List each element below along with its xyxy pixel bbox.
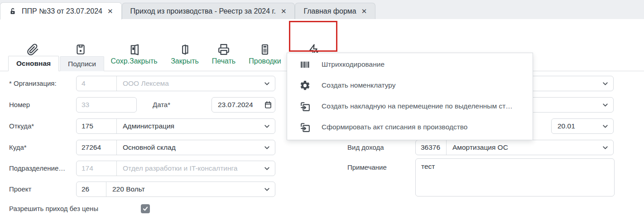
close-button[interactable]: Закрыть <box>167 43 203 65</box>
org-value: ООО Лексема <box>117 76 259 91</box>
operations-menu: Штрихкодирование Создать номенклатуру Со… <box>287 53 533 140</box>
org-combobox[interactable]: 4 ООО Лексема <box>76 76 275 91</box>
barcode-icon <box>299 59 311 70</box>
account-value: 20.01 <box>552 119 597 133</box>
chevron-down-icon <box>259 182 275 196</box>
date-label: Дата* <box>153 101 170 108</box>
number-field[interactable]: 33 <box>76 97 137 113</box>
close-icon[interactable]: ✕ <box>361 8 367 15</box>
window-tab-strip: ППР №33 от 23.07.2024 ✕ Приход из произв… <box>0 0 644 20</box>
tab-podpisi[interactable]: Подписи <box>60 56 104 71</box>
transfer-icon <box>299 101 311 112</box>
department-value: Отдел разработки и IT-консалтинга <box>117 161 259 176</box>
to-code-field: 27264 <box>77 140 117 155</box>
date-value: 23.07.2024 <box>212 98 261 112</box>
tab-document[interactable]: ППР №33 от 23.07.2024 ✕ <box>0 2 122 20</box>
postings-button[interactable]: Проводки <box>244 43 286 65</box>
to-combobox[interactable]: 27264 Основной склад <box>76 140 275 155</box>
income-type-label: Вид дохода <box>347 143 384 151</box>
calendar-icon <box>261 98 275 112</box>
project-code-field: 26 <box>77 182 106 196</box>
account-combobox[interactable]: 20.01 <box>551 118 614 134</box>
menu-item-barcoding[interactable]: Штрихкодирование <box>287 54 533 75</box>
close-icon[interactable]: ✕ <box>281 8 287 15</box>
from-code-field: 175 <box>77 119 117 133</box>
org-code-field: 4 <box>77 76 117 91</box>
number-label: Номер <box>9 101 30 108</box>
project-value: 220 Вольт <box>106 182 259 196</box>
door-save-icon <box>128 43 140 56</box>
save-icon <box>75 43 87 56</box>
menu-item-create-transfer-invoice[interactable]: Создать накладную на перемещение по выде… <box>287 96 533 117</box>
chevron-down-icon <box>597 140 613 155</box>
menu-item-label: Сформировать акт списания в производство <box>322 123 468 131</box>
chevron-down-icon <box>597 76 613 91</box>
transfer-icon <box>299 122 311 133</box>
menu-item-create-writeoff-act[interactable]: Сформировать акт списания в производство <box>287 117 533 138</box>
printer-icon <box>218 43 230 56</box>
chevron-down-icon <box>259 161 275 176</box>
date-field[interactable]: 23.07.2024 <box>211 97 275 113</box>
check-icon <box>142 206 149 212</box>
tab-registry[interactable]: Приход из производства - Реестр за 2024 … <box>122 3 295 19</box>
department-combobox[interactable]: 174 Отдел разработки и IT-консалтинга <box>76 161 275 176</box>
from-value: Администрация <box>117 119 259 133</box>
toolbar: Вложения Сохранить Сохр.Закрыть <box>0 19 644 53</box>
tab-title: Главная форма <box>303 7 356 15</box>
to-label: Куда* <box>9 143 27 151</box>
chevron-down-icon <box>259 76 275 91</box>
note-label: Примечание <box>347 163 387 171</box>
menu-item-label: Штрихкодирование <box>322 60 384 69</box>
from-combobox[interactable]: 175 Администрация <box>76 118 275 134</box>
chevron-down-icon <box>597 119 613 133</box>
from-label: Откуда* <box>9 122 34 130</box>
tab-main-form[interactable]: Главная форма ✕ <box>295 3 375 19</box>
gear-icon <box>299 80 311 91</box>
income-type-value: Амортизация ОС <box>447 140 597 155</box>
unlock-icon <box>9 7 17 15</box>
project-label: Проект <box>9 185 31 193</box>
department-label: Подразделение… <box>9 164 65 172</box>
tab-osnovnaya[interactable]: Основная <box>8 56 59 71</box>
door-icon <box>179 43 191 56</box>
to-value: Основной склад <box>117 140 259 155</box>
menu-item-label: Создать накладную на перемещение по выде… <box>322 102 513 110</box>
paperclip-icon <box>27 43 39 56</box>
allow-no-price-label: Разрешить приход без цены <box>9 205 98 212</box>
calculator-icon <box>259 43 271 56</box>
menu-item-create-nomenclature[interactable]: Создать номенклатуру <box>287 75 533 96</box>
tab-title: Приход из производства - Реестр за 2024 … <box>130 7 276 15</box>
form-tab-strip: Основная Подписи <box>8 56 104 71</box>
chevron-down-icon <box>259 119 275 133</box>
chevron-down-icon <box>259 140 275 155</box>
income-type-code-field: 36376 <box>416 140 447 155</box>
print-button[interactable]: Печать <box>207 43 240 65</box>
org-label: * Организация: <box>9 79 57 87</box>
department-code-field: 174 <box>77 161 117 176</box>
income-type-combobox[interactable]: 36376 Амортизация ОС <box>415 140 614 155</box>
close-icon[interactable]: ✕ <box>107 8 113 15</box>
app-window: ППР №33 от 23.07.2024 ✕ Приход из произв… <box>0 0 644 221</box>
project-combobox[interactable]: 26 220 Вольт <box>76 182 275 197</box>
tab-title: ППР №33 от 23.07.2024 <box>22 7 102 15</box>
menu-item-label: Создать номенклатуру <box>322 81 396 89</box>
note-textarea[interactable]: тест <box>415 158 615 196</box>
save-close-button[interactable]: Сохр.Закрыть <box>109 43 159 65</box>
chevron-down-icon <box>597 98 613 112</box>
allow-no-price-checkbox[interactable] <box>141 204 150 213</box>
